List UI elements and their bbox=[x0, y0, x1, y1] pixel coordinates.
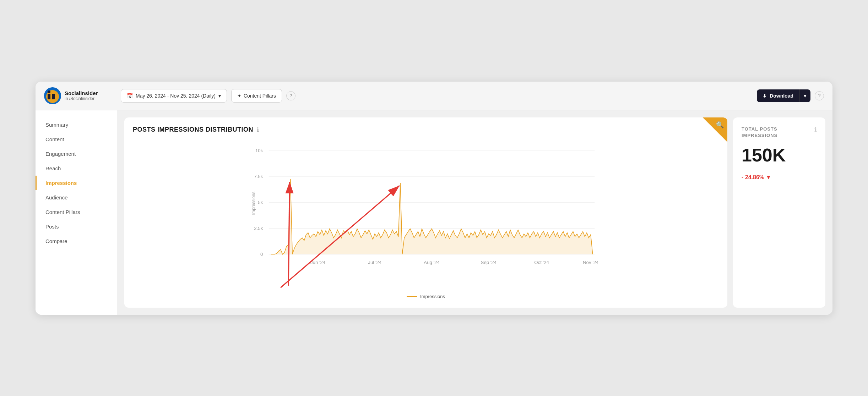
svg-point-3 bbox=[48, 90, 50, 93]
download-caret[interactable]: ▾ bbox=[799, 89, 810, 102]
main-layout: Summary Content Engagement Reach Impress… bbox=[36, 110, 832, 315]
app-logo bbox=[44, 87, 61, 104]
help-icon-1[interactable]: ? bbox=[286, 91, 295, 100]
svg-text:7.5k: 7.5k bbox=[254, 174, 263, 179]
sidebar-item-content[interactable]: Content bbox=[36, 132, 117, 147]
sidebar-item-audience[interactable]: Audience bbox=[36, 190, 117, 205]
svg-rect-2 bbox=[48, 94, 50, 99]
stats-value-row: 150K - 24.86% ▼ bbox=[742, 146, 817, 181]
download-label: Download bbox=[770, 93, 793, 99]
svg-text:Aug '24: Aug '24 bbox=[424, 260, 440, 265]
stats-value: 150K bbox=[742, 146, 786, 164]
content-pillars-label: Content Pillars bbox=[244, 93, 276, 99]
stats-change: - 24.86% ▼ bbox=[742, 174, 771, 181]
caret-icon: ▾ bbox=[804, 93, 806, 99]
search-icon[interactable]: 🔍 bbox=[716, 121, 724, 129]
sidebar: Summary Content Engagement Reach Impress… bbox=[36, 110, 117, 315]
svg-text:Jul '24: Jul '24 bbox=[368, 260, 381, 265]
svg-text:Sep '24: Sep '24 bbox=[481, 260, 497, 265]
legend-line bbox=[407, 296, 417, 297]
download-button[interactable]: ⬇ Download ▾ bbox=[757, 89, 810, 102]
sidebar-item-engagement[interactable]: Engagement bbox=[36, 147, 117, 161]
stats-title: TOTAL POSTS IMPRESSIONS ℹ bbox=[742, 126, 817, 139]
top-bar: Socialinsider in /Socialinsider 📅 May 26… bbox=[36, 82, 832, 110]
content-area: 🔍 POSTS IMPRESSIONS DISTRIBUTION ℹ 10k 7… bbox=[117, 110, 832, 315]
calendar-icon: 📅 bbox=[127, 93, 133, 99]
sidebar-item-reach[interactable]: Reach bbox=[36, 161, 117, 176]
sidebar-item-content-pillars[interactable]: Content Pillars bbox=[36, 205, 117, 219]
chart-title: POSTS IMPRESSIONS DISTRIBUTION ℹ bbox=[133, 126, 719, 133]
legend-label: Impressions bbox=[420, 294, 445, 299]
stats-card: TOTAL POSTS IMPRESSIONS ℹ 150K - 24.86% … bbox=[733, 117, 825, 308]
brand-sub: in /Socialinsider bbox=[65, 96, 98, 101]
right-controls: ⬇ Download ▾ ? bbox=[757, 89, 824, 102]
controls-area: 📅 May 26, 2024 - Nov 25, 2024 (Daily) ▾ … bbox=[121, 89, 751, 103]
chart-card: 🔍 POSTS IMPRESSIONS DISTRIBUTION ℹ 10k 7… bbox=[124, 117, 727, 308]
stats-info-icon[interactable]: ℹ bbox=[814, 126, 817, 134]
svg-text:5k: 5k bbox=[258, 200, 263, 205]
chart-legend: Impressions bbox=[133, 294, 719, 299]
download-icon: ⬇ bbox=[763, 93, 767, 99]
svg-text:Oct '24: Oct '24 bbox=[534, 260, 549, 265]
svg-text:2.5k: 2.5k bbox=[254, 226, 263, 231]
pillars-icon: ✦ bbox=[237, 93, 242, 99]
help-icon-2[interactable]: ? bbox=[815, 91, 824, 100]
logo-area: Socialinsider in /Socialinsider bbox=[44, 87, 115, 104]
download-main: ⬇ Download bbox=[757, 89, 799, 102]
chart-area: 10k 7.5k 5k 2.5k 0 bbox=[133, 141, 719, 290]
sidebar-item-impressions[interactable]: Impressions bbox=[36, 176, 117, 190]
svg-text:Impressions: Impressions bbox=[251, 192, 256, 215]
content-pillars-button[interactable]: ✦ Content Pillars bbox=[231, 89, 282, 103]
chart-info-icon[interactable]: ℹ bbox=[257, 126, 259, 133]
svg-text:Nov '24: Nov '24 bbox=[583, 260, 599, 265]
svg-text:0: 0 bbox=[260, 251, 263, 257]
sidebar-item-summary[interactable]: Summary bbox=[36, 117, 117, 132]
impressions-chart: 10k 7.5k 5k 2.5k 0 bbox=[133, 141, 719, 290]
stats-title-text: TOTAL POSTS IMPRESSIONS bbox=[742, 126, 777, 139]
sidebar-item-compare[interactable]: Compare bbox=[36, 234, 117, 248]
svg-text:10k: 10k bbox=[255, 148, 263, 153]
date-picker-button[interactable]: 📅 May 26, 2024 - Nov 25, 2024 (Daily) ▾ bbox=[121, 89, 227, 103]
brand-name: Socialinsider bbox=[65, 90, 98, 96]
brand-info: Socialinsider in /Socialinsider bbox=[65, 90, 98, 101]
date-range-label: May 26, 2024 - Nov 25, 2024 (Daily) bbox=[136, 93, 216, 99]
svg-rect-4 bbox=[52, 94, 55, 99]
svg-line-23 bbox=[288, 182, 289, 286]
trend-down-icon: ▼ bbox=[766, 174, 771, 181]
sidebar-item-posts[interactable]: Posts bbox=[36, 219, 117, 234]
app-container: Socialinsider in /Socialinsider 📅 May 26… bbox=[36, 82, 832, 315]
chevron-down-icon: ▾ bbox=[218, 93, 221, 99]
